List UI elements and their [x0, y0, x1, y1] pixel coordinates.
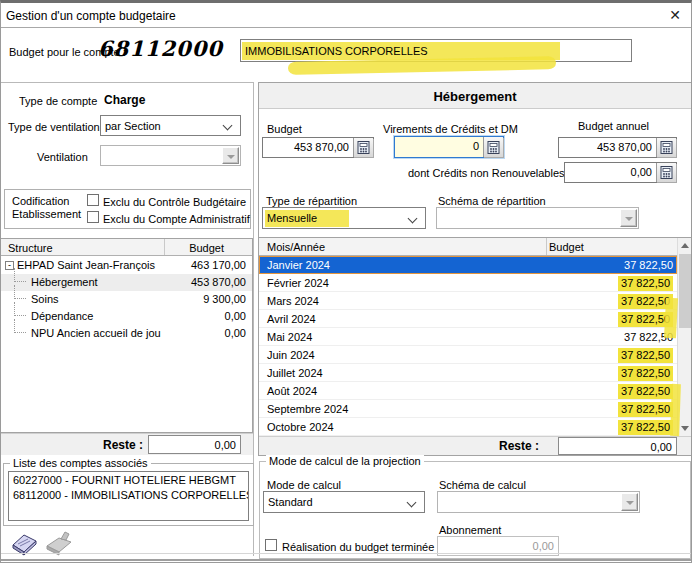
calculator-icon[interactable]	[656, 138, 676, 157]
months-table-header[interactable]: Mois/Année Budget	[259, 238, 691, 256]
exclu-administratif-label: Exclu du Compte Administratif	[103, 213, 250, 225]
structure-reste-bar: Reste : 0,00	[1, 433, 253, 455]
table-row[interactable]: Février 202437 822,50	[259, 274, 677, 292]
column-divider[interactable]	[546, 238, 547, 255]
realisation-checkbox[interactable]	[265, 539, 277, 551]
tree-row-budget: 453 870,00	[191, 276, 246, 288]
tree-row-budget: 463 170,00	[191, 259, 246, 271]
month-label: Août 2024	[267, 385, 317, 397]
mode-calcul-label: Mode de calcul	[267, 479, 341, 491]
structure-reste-value[interactable]: 0,00	[148, 435, 241, 454]
codification-line2: Etablissement	[12, 208, 81, 220]
month-label: Janvier 2024	[267, 259, 330, 271]
tree-row[interactable]: Hébergement453 870,00	[1, 274, 252, 291]
list-item[interactable]: 68112000 - IMMOBILISATIONS CORPORELLES	[9, 487, 248, 502]
months-reste-value[interactable]: 0,00	[558, 437, 677, 455]
table-row[interactable]: Mai 202437 822,50	[259, 328, 677, 346]
scroll-up-icon[interactable]	[678, 238, 691, 253]
type-ventilation-select[interactable]: par Section	[100, 115, 241, 136]
column-divider[interactable]	[164, 239, 165, 255]
schema-repartition-label: Schéma de répartition	[438, 195, 546, 207]
budget-field[interactable]: 453 870,00	[262, 137, 374, 158]
marker-highlight: 37 822,50	[618, 348, 673, 363]
month-label: Avril 2024	[267, 313, 316, 325]
month-budget: 37 822,50	[548, 259, 673, 271]
budget-annuel-field[interactable]: 453 870,00	[558, 137, 677, 158]
comptes-associes-title: Liste des comptes associés	[10, 457, 151, 469]
comptes-associes-groupbox: Liste des comptes associés 60227000 - FO…	[3, 463, 254, 526]
table-row[interactable]: Juin 202437 822,50	[259, 346, 677, 364]
scrollbar-thumb[interactable]	[679, 254, 691, 328]
table-row[interactable]: Août 202437 822,50	[259, 382, 677, 400]
virements-field[interactable]: 0	[394, 136, 504, 158]
calculator-icon[interactable]	[353, 138, 373, 157]
table-row[interactable]: Octobre 202437 822,50	[259, 418, 677, 436]
schema-calcul-select[interactable]	[437, 491, 640, 513]
structure-rows: -EHPAD Saint Jean-François463 170,00Hébe…	[1, 257, 252, 342]
tree-line	[14, 302, 26, 316]
tree-row[interactable]: -EHPAD Saint Jean-François463 170,00	[1, 257, 252, 274]
schema-calcul-label: Schéma de calcul	[439, 479, 526, 491]
tree-row-label: Hébergement	[31, 276, 98, 288]
month-label: Juillet 2024	[267, 367, 323, 379]
dropdown-arrow-icon[interactable]	[222, 147, 239, 164]
close-icon[interactable]: ✕	[665, 6, 685, 24]
tree-row-budget: 9 300,00	[203, 293, 246, 305]
marker-highlight: 37 822,50	[618, 420, 673, 435]
table-row[interactable]: Mars 202437 822,50	[259, 292, 677, 310]
type-ventilation-value: par Section	[105, 120, 161, 132]
window-title: Gestion d'un compte budgetaire	[6, 9, 176, 23]
divider	[1, 82, 253, 83]
exclu-controle-label: Exclu du Contrôle Budgétaire	[103, 196, 246, 208]
tree-row-budget: 0,00	[225, 310, 246, 322]
type-compte-value: Charge	[104, 94, 145, 106]
marker-highlight: 37 822,50	[618, 402, 673, 417]
codification-groupbox: Codification Etablissement Exclu du Cont…	[4, 189, 251, 229]
chevron-down-icon	[408, 214, 418, 224]
tree-row[interactable]: NPU Ancien accueil de jou0,00	[1, 325, 252, 342]
ventilation-select[interactable]	[100, 145, 241, 166]
divider	[1, 559, 691, 561]
tree-row[interactable]: Soins9 300,00	[1, 291, 252, 308]
title-bar: Gestion d'un compte budgetaire ✕	[1, 3, 691, 28]
budget-annuel-value: 453 870,00	[559, 138, 656, 157]
account-name-text: IMMOBILISATIONS CORPORELLES	[245, 45, 428, 57]
month-budget: 37 822,50	[548, 295, 673, 307]
structure-table-header[interactable]: Structure Budget	[1, 239, 252, 256]
scroll-down-icon[interactable]	[678, 421, 691, 436]
month-budget: 37 822,50	[548, 403, 673, 415]
exclu-administratif-checkbox[interactable]	[87, 211, 99, 223]
tree-line	[14, 285, 26, 299]
dropdown-arrow-icon[interactable]	[620, 209, 637, 227]
dropdown-arrow-icon[interactable]	[621, 493, 638, 511]
chevron-down-icon	[223, 121, 233, 131]
tree-row-budget: 0,00	[225, 327, 246, 339]
mode-calcul-select[interactable]: Standard	[263, 491, 425, 513]
type-repartition-select[interactable]: Mensuelle	[262, 207, 426, 229]
table-row[interactable]: Septembre 202437 822,50	[259, 400, 677, 418]
list-item[interactable]: 60227000 - FOURNIT HOTELIERE HEBGMT	[9, 472, 248, 487]
month-label: Septembre 2024	[267, 403, 348, 415]
months-reste-bar: Reste : 0,00	[259, 436, 691, 455]
schema-repartition-select[interactable]	[436, 207, 639, 229]
exclu-controle-checkbox[interactable]	[87, 194, 99, 206]
tree-row[interactable]: Dépendance0,00	[1, 308, 252, 325]
structure-table: Structure Budget -EHPAD Saint Jean-Franç…	[1, 238, 253, 433]
credits-non-renouvelables-field[interactable]: 0,00	[564, 162, 677, 183]
calculator-icon[interactable]	[483, 137, 503, 157]
collapse-icon[interactable]: -	[5, 261, 14, 270]
table-row[interactable]: Juillet 202437 822,50	[259, 364, 677, 382]
budget-col-header: Budget	[549, 241, 584, 253]
table-row[interactable]: Avril 202437 822,50	[259, 310, 677, 328]
month-budget: 37 822,50	[548, 277, 673, 289]
calculator-icon[interactable]	[656, 163, 676, 182]
month-budget: 37 822,50	[548, 367, 673, 379]
table-row[interactable]: Janvier 202437 822,50	[259, 256, 677, 274]
comptes-associes-listbox[interactable]: 60227000 - FOURNIT HOTELIERE HEBGMT68112…	[8, 471, 249, 521]
month-budget: 37 822,50	[548, 331, 673, 343]
reste-label: Reste :	[499, 440, 539, 452]
budget-col-header: Budget	[189, 242, 224, 254]
months-rows: Janvier 202437 822,50Février 202437 822,…	[259, 256, 677, 436]
month-label: Mars 2024	[267, 295, 319, 307]
month-budget: 37 822,50	[548, 385, 673, 397]
